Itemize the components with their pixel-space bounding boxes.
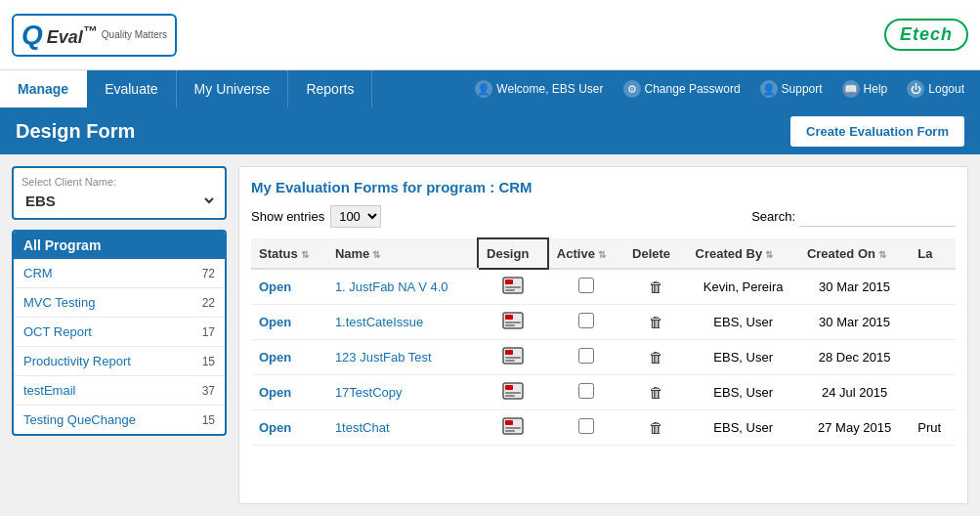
design-icon[interactable] [502, 347, 524, 365]
search-area: Search: [751, 207, 956, 227]
page-title: Design Form [16, 120, 135, 143]
col-delete: Delete [624, 238, 687, 269]
svg-rect-9 [505, 350, 513, 355]
table-row: Open 1.testCateIssue 🗑 EBS, User 30 Mar … [251, 305, 956, 340]
form-link[interactable]: 1.testCateIssue [335, 315, 423, 329]
status-cell: Open [251, 375, 327, 410]
form-link[interactable]: 17TestCopy [335, 385, 403, 400]
program-list-item[interactable]: MVC Testing22 [14, 288, 225, 318]
active-checkbox[interactable] [578, 418, 594, 434]
program-name: CRM [23, 266, 53, 280]
name-cell: 17TestCopy [327, 375, 478, 410]
table-row: Open 1. JustFab NA V 4.0 🗑 Kevin, Pereir… [251, 269, 956, 305]
nav-left: Manage Evaluate My Universe Reports [0, 70, 372, 108]
program-list-item[interactable]: Testing QueChange15 [14, 406, 225, 434]
svg-rect-13 [505, 385, 513, 390]
name-cell: 123 JustFab Test [327, 340, 478, 375]
la-cell [910, 340, 956, 375]
delete-icon[interactable]: 🗑 [649, 419, 663, 436]
design-cell [478, 269, 548, 305]
status-cell: Open [251, 305, 327, 340]
table-row: Open 1testChat 🗑 EBS, User 27 May 2015 P… [251, 410, 956, 446]
delete-cell: 🗑 [624, 340, 687, 375]
name-cell: 1testChat [327, 410, 478, 446]
delete-icon[interactable]: 🗑 [649, 279, 663, 295]
design-icon[interactable] [502, 382, 524, 400]
program-name: Testing QueChange [23, 412, 136, 427]
program-count: 15 [202, 355, 215, 368]
logo-area: Q Eval™ Quality Matters [12, 14, 177, 57]
logo-q: Q [21, 20, 43, 51]
logo-eval: Eval™ [47, 22, 98, 48]
program-list-item[interactable]: CRM72 [14, 259, 225, 288]
col-la: La [910, 238, 956, 269]
status-open: Open [259, 315, 291, 329]
search-input[interactable] [799, 207, 956, 227]
program-list-item[interactable]: Productivity Report15 [14, 347, 225, 376]
status-open: Open [259, 280, 291, 294]
client-select-dropdown[interactable]: EBS [21, 192, 217, 210]
svg-rect-14 [505, 392, 521, 394]
table-row: Open 123 JustFab Test 🗑 EBS, User 28 Dec… [251, 340, 956, 375]
show-entries-label: Show entries [251, 209, 324, 224]
active-checkbox[interactable] [578, 313, 594, 328]
nav-evaluate[interactable]: Evaluate [87, 70, 176, 108]
active-checkbox[interactable] [578, 278, 594, 293]
active-cell [548, 269, 624, 305]
nav-change-password[interactable]: ⚙ Change Password [616, 70, 748, 108]
form-link[interactable]: 123 JustFab Test [335, 350, 432, 365]
nav-manage[interactable]: Manage [0, 70, 87, 108]
search-label: Search: [751, 209, 795, 224]
design-icon[interactable] [502, 277, 524, 294]
design-icon[interactable] [502, 417, 524, 435]
change-password-label: Change Password [645, 82, 741, 96]
status-open: Open [259, 350, 291, 365]
program-count: 72 [202, 267, 215, 280]
table-header-row: Status Name Design Active Delete Created… [251, 238, 956, 269]
program-count: 15 [202, 413, 215, 427]
nav-my-universe[interactable]: My Universe [177, 70, 289, 108]
created-on-cell: 30 Mar 2015 [799, 305, 910, 340]
col-design: Design [478, 238, 548, 269]
svg-rect-18 [505, 427, 521, 429]
table-row: Open 17TestCopy 🗑 EBS, User 24 Jul 2015 [251, 375, 956, 410]
active-checkbox[interactable] [578, 383, 594, 399]
delete-icon[interactable]: 🗑 [649, 349, 663, 366]
delete-icon[interactable]: 🗑 [649, 384, 663, 401]
created-by-cell: EBS, User [688, 375, 799, 410]
svg-rect-17 [505, 420, 513, 425]
created-on-cell: 24 Jul 2015 [799, 375, 910, 410]
program-list: CRM72MVC Testing22OCT Report17Productivi… [14, 259, 225, 434]
help-icon: 📖 [842, 80, 860, 98]
svg-rect-10 [505, 357, 521, 359]
active-checkbox[interactable] [578, 348, 594, 364]
create-evaluation-form-button[interactable]: Create Evaluation Form [790, 116, 964, 147]
nav-reports[interactable]: Reports [288, 70, 372, 108]
form-link[interactable]: 1. JustFab NA V 4.0 [335, 280, 448, 294]
program-list-item[interactable]: testEmail37 [14, 376, 225, 406]
nav-help[interactable]: 📖 Help [834, 70, 896, 108]
active-cell [548, 375, 624, 410]
form-link[interactable]: 1testChat [335, 420, 390, 435]
svg-rect-6 [505, 322, 521, 323]
la-cell [910, 375, 956, 410]
show-entries: Show entries 100 25 50 [251, 205, 381, 228]
created-by-cell: EBS, User [688, 305, 799, 340]
nav-support[interactable]: 👤 Support [752, 70, 831, 108]
design-icon[interactable] [502, 312, 524, 329]
la-cell: Prut [910, 410, 956, 446]
program-list-item[interactable]: OCT Report17 [14, 318, 225, 347]
entries-select[interactable]: 100 25 50 [330, 205, 381, 228]
created-by-cell: EBS, User [688, 410, 799, 446]
design-cell [478, 375, 548, 410]
sidebar: Select Client Name: EBS All Program CRM7… [12, 166, 227, 504]
content-area: My Evaluation Forms for program : CRM Sh… [238, 166, 968, 504]
delete-icon[interactable]: 🗑 [649, 314, 663, 330]
created-by-cell: EBS, User [688, 340, 799, 375]
program-list-header: All Program [14, 232, 225, 259]
nav-logout[interactable]: ⏻ Logout [899, 70, 972, 108]
nav-welcome[interactable]: 👤 Welcome, EBS User [467, 70, 611, 108]
la-cell [910, 269, 956, 305]
program-list-box: All Program CRM72MVC Testing22OCT Report… [12, 230, 227, 436]
etech-logo: Etech [884, 19, 968, 51]
